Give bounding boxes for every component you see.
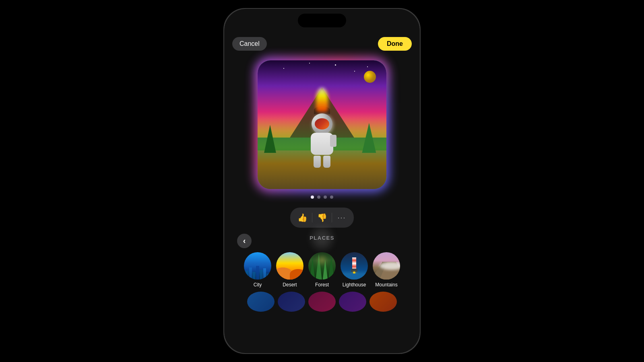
building-5 — [260, 270, 263, 280]
city-buildings — [244, 265, 271, 280]
place-thumb-mountains — [373, 252, 400, 280]
forest-tree-4 — [328, 255, 334, 280]
places-grid-bottom — [231, 292, 413, 312]
lighthouse-structure — [351, 257, 357, 274]
astronaut-visor — [315, 118, 329, 130]
main-image-wrapper — [258, 60, 386, 189]
places-grid: City Desert — [231, 252, 413, 288]
place-item-mountains[interactable]: Mountains — [372, 252, 401, 288]
lighthouse-water — [341, 274, 368, 280]
thumbs-up-icon: 👍 — [297, 213, 308, 222]
dot-2[interactable] — [317, 195, 320, 199]
place-thumb-city — [244, 252, 271, 280]
place-thumb-forest — [308, 252, 336, 280]
mountain-snow — [380, 262, 400, 270]
phone-frame: Cancel Done — [223, 8, 421, 354]
phone-screen: Cancel Done — [224, 9, 420, 353]
place-label-desert: Desert — [283, 282, 297, 288]
astronaut-helmet — [312, 113, 332, 134]
thumbs-down-button[interactable]: 👎 — [312, 209, 332, 226]
power-button — [420, 97, 421, 134]
building-4 — [256, 266, 259, 280]
place-thumb-desert — [276, 252, 303, 280]
place-thumb-extra-4[interactable] — [339, 292, 366, 312]
place-item-lighthouse[interactable]: Lighthouse — [340, 252, 369, 288]
place-label-city: City — [254, 282, 262, 288]
eruption — [316, 88, 328, 112]
place-thumb-lighthouse — [341, 252, 368, 280]
place-item-forest[interactable]: Forest — [308, 252, 336, 288]
dot-4[interactable] — [330, 195, 333, 199]
desert-dunes — [276, 265, 303, 280]
building-3 — [252, 272, 256, 280]
top-bar: Cancel Done — [224, 33, 420, 56]
dot-1[interactable] — [311, 195, 314, 199]
blur-decoration — [310, 226, 334, 251]
place-label-mountains: Mountains — [375, 282, 397, 288]
building-1 — [246, 271, 249, 280]
forest-tree-1 — [310, 257, 315, 280]
done-button[interactable]: Done — [378, 37, 412, 51]
forest-light — [318, 256, 326, 264]
chevron-left-icon: ‹ — [243, 236, 246, 245]
planet — [364, 71, 376, 83]
place-thumb-extra-5[interactable] — [369, 292, 397, 312]
dune-2 — [290, 269, 303, 280]
building-6 — [263, 268, 266, 280]
more-options-button[interactable]: ··· — [332, 209, 351, 226]
thumbs-up-button[interactable]: 👍 — [293, 209, 312, 226]
astronaut-body — [311, 133, 333, 155]
lighthouse-tower — [352, 257, 356, 269]
building-7 — [266, 274, 270, 280]
image-area — [224, 56, 420, 199]
place-thumb-extra-1[interactable] — [247, 292, 275, 312]
main-image — [258, 60, 386, 189]
astronaut — [306, 113, 338, 166]
place-item-desert[interactable]: Desert — [275, 252, 304, 288]
building-2 — [249, 267, 252, 280]
dynamic-island — [298, 14, 346, 27]
action-bar: 👍 👎 ··· — [290, 208, 354, 228]
places-header: ‹ PLACES — [231, 235, 413, 247]
astronaut-leg-left — [314, 156, 321, 168]
astronaut-legs — [306, 156, 338, 168]
thumbs-down-icon: 👎 — [317, 213, 327, 222]
place-item-city[interactable]: City — [243, 252, 272, 288]
mountain-peaks — [373, 262, 400, 280]
cancel-button[interactable]: Cancel — [232, 37, 267, 51]
scene — [258, 60, 386, 189]
place-thumb-extra-2[interactable] — [278, 292, 305, 312]
place-thumb-extra-3[interactable] — [308, 292, 336, 312]
place-label-forest: Forest — [315, 282, 329, 288]
pagination-dots — [311, 195, 333, 199]
astronaut-leg-right — [323, 156, 330, 168]
place-label-lighthouse: Lighthouse — [343, 282, 366, 288]
back-button[interactable]: ‹ — [237, 234, 252, 248]
astronaut-pack — [330, 135, 336, 147]
places-section: ‹ PLACES — [224, 235, 420, 312]
dot-3[interactable] — [324, 195, 327, 199]
more-icon: ··· — [337, 214, 346, 222]
